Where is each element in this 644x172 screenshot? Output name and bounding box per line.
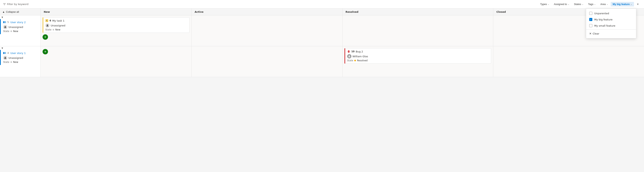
board-header-row: ▲ Collapse all New Active Resolved Close… (0, 8, 644, 15)
chevron-down-icon: ⌄ (594, 3, 596, 5)
board-row-0-cells: 6 My task 1 Unassigned (41, 15, 644, 46)
types-filter-button[interactable]: Types ⌄ (538, 2, 551, 6)
close-filter-button[interactable]: × (635, 1, 641, 7)
sidebar-story-1: ▼ 4 User story 1 (0, 46, 41, 77)
chevron-down-icon: ⌄ (548, 3, 549, 5)
cell-row1-new: + (41, 46, 192, 77)
task-avatar-10 (347, 54, 352, 58)
task-icon (45, 19, 48, 22)
checkbox-my-small-feature[interactable] (589, 24, 592, 27)
board-row-0: ▼ 5 User story 2 (0, 15, 644, 46)
svg-rect-0 (3, 21, 4, 23)
feature-filter-dropdown: Unparented My big feature My small featu… (586, 8, 636, 38)
bug-icon (347, 50, 350, 53)
svg-rect-6 (5, 52, 6, 54)
cell-row0-new: 6 My task 1 Unassigned (41, 15, 192, 46)
cell-row0-resolved (342, 15, 494, 46)
avatar-0 (3, 25, 7, 29)
active-filter-button[interactable]: My big feature ⌄ (611, 2, 634, 6)
collapse-row-icon: ▼ (2, 16, 3, 18)
svg-point-8 (348, 51, 350, 53)
user-story-icon (3, 21, 6, 24)
toolbar: Filter by keyword Types ⌄ Assigned to ⌄ … (0, 0, 644, 8)
svg-rect-1 (5, 21, 6, 23)
dropdown-item-my-small-feature[interactable]: My small feature (586, 23, 636, 29)
svg-point-10 (349, 51, 349, 52)
chevron-down-icon: ⌄ (606, 3, 608, 5)
collapse-all-button[interactable]: ▲ Collapse all (0, 8, 40, 15)
clear-filter-button[interactable]: ✕ Clear (586, 30, 636, 37)
cell-row1-active (192, 46, 342, 77)
task-avatar-6 (45, 23, 50, 28)
sidebar-header: ▲ Collapse all (0, 8, 41, 15)
collapse-row-icon-1: ▼ (2, 47, 3, 49)
task-card-6[interactable]: 6 My task 1 Unassigned (42, 17, 190, 33)
column-header-new: New (41, 8, 192, 15)
tags-filter-button[interactable]: Tags ⌄ (586, 2, 598, 6)
board-header-cols: New Active Resolved Closed (41, 8, 644, 15)
column-header-resolved: Resolved (342, 8, 494, 15)
cell-row1-resolved: 10 Bug 2 William Glas (342, 46, 494, 77)
collapse-arrow-icon: ▲ (2, 10, 5, 13)
story-card-1[interactable]: 4 User story 1 Unassigned (0, 50, 40, 65)
cell-row0-active (192, 15, 342, 46)
svg-point-9 (348, 51, 348, 52)
board-row-1: ▼ 4 User story 1 (0, 46, 644, 77)
toolbar-actions: Types ⌄ Assigned to ⌄ States ⌄ Tags ⌄ Ar… (538, 1, 641, 7)
story-collapse-arrow-1[interactable]: ▼ (0, 46, 40, 50)
board-row-1-cells: + (41, 46, 644, 77)
cell-row1-closed (493, 46, 644, 77)
filter-icon (3, 3, 6, 5)
task-card-10[interactable]: 10 Bug 2 William Glas (344, 48, 491, 64)
checkbox-my-big-feature[interactable] (589, 18, 592, 21)
story-collapse-arrow-0[interactable]: ▼ (0, 15, 40, 19)
sidebar-story-0: ▼ 5 User story 2 (0, 15, 41, 46)
filter-by-keyword: Filter by keyword (3, 3, 28, 5)
user-story-icon-1 (3, 52, 6, 55)
filter-label: Filter by keyword (7, 3, 28, 5)
state-dot-1 (10, 61, 12, 63)
task-state-dot-10 (354, 60, 356, 61)
states-filter-button[interactable]: States ⌄ (572, 2, 585, 6)
avatar-1 (3, 56, 7, 60)
chevron-down-icon: ⌄ (568, 3, 569, 5)
assigned-to-filter-button[interactable]: Assigned to ⌄ (552, 2, 571, 6)
story-card-0[interactable]: 5 User story 2 Unassigned (0, 19, 40, 34)
add-card-button-row1-new[interactable]: + (42, 49, 48, 54)
board-body: ▼ 5 User story 2 (0, 15, 644, 172)
task-state-dot-6 (53, 29, 54, 30)
dropdown-divider (586, 29, 636, 30)
area-filter-button[interactable]: Area ⌄ (598, 2, 610, 6)
svg-rect-5 (3, 52, 4, 54)
chevron-down-icon: ⌄ (630, 3, 632, 5)
board-container: ▲ Collapse all New Active Resolved Close… (0, 8, 644, 172)
dropdown-item-unparented[interactable]: Unparented (586, 10, 636, 16)
add-card-button-row0-new[interactable]: + (42, 34, 48, 40)
main-layout: ▲ Collapse all New Active Resolved Close… (0, 8, 644, 172)
chevron-down-icon: ⌄ (582, 3, 584, 5)
dropdown-item-my-big-feature[interactable]: My big feature (586, 16, 636, 23)
checkbox-unparented[interactable] (589, 12, 592, 15)
state-dot-0 (10, 30, 12, 32)
clear-icon: ✕ (589, 32, 592, 35)
column-header-active: Active (192, 8, 342, 15)
